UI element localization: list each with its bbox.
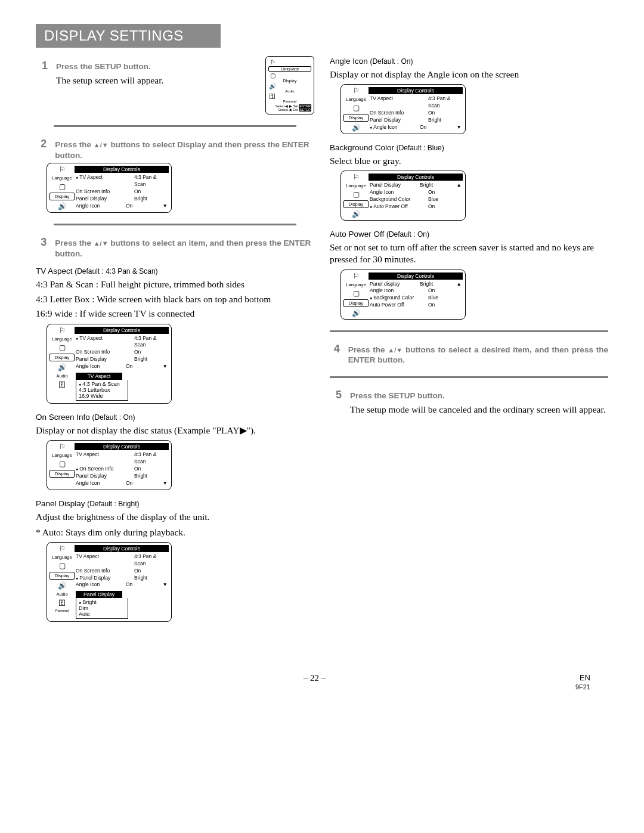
osd-angle-icon: ⚐ Language ▢ Display 🔊 Display Controls …	[340, 84, 466, 134]
onscreen-default: (Default : On)	[92, 413, 135, 422]
tv-aspect-line1: 4:3 Pan & Scan : Full height picture, tr…	[36, 278, 314, 290]
step-3: 3 Press the ▲/▼ buttons to select an ite…	[36, 236, 314, 259]
divider-3	[330, 330, 608, 332]
step-3-num: 3	[36, 236, 47, 249]
auto-default: (Default : On)	[386, 230, 429, 239]
panel-line2: * Auto: Stays dim only during playback.	[36, 527, 314, 538]
osd-auto-power-off: ⚐ Language ▢ Display 🔊 Display Controls …	[340, 270, 466, 320]
osd-tv-aspect: ⚐ Language ▢ Display 🔊 Audio ⚿ Display C…	[47, 324, 172, 404]
footer-lang: EN	[580, 673, 590, 682]
step-5: 5 Press the SETUP button.	[330, 389, 608, 401]
step-1-text: Press the SETUP button.	[56, 61, 151, 72]
panel-line1: Adjust the brightness of the display of …	[36, 511, 314, 523]
page-number: – 22 –	[304, 673, 326, 691]
tv-aspect-default: (Default : 4:3 Pan & Scan)	[75, 267, 157, 275]
osd-onscreen-info: ⚐ Language ▢ Display Display Controls TV…	[47, 440, 172, 490]
osd-setup-mini: ⚐ Language ▢ Display 🔊 Audio ⚿ Parental …	[265, 56, 314, 114]
bg-default: (Default : Blue)	[397, 144, 444, 152]
step-2-num: 2	[36, 138, 47, 150]
angle-line1: Display or not display the Angle icon on…	[330, 69, 608, 80]
step-4-num: 4	[330, 343, 340, 355]
osd-display-controls: ⚐ Language ▢ Display 🔊 Display Controls …	[47, 163, 172, 213]
bg-label: Background Color	[330, 143, 394, 152]
footer-code: 9F21	[575, 683, 590, 690]
step-4-text: Press the ▲/▼ buttons to select a desire…	[348, 345, 608, 366]
left-column: 1 Press the SETUP button. The setup scre…	[36, 56, 314, 625]
step-4: 4 Press the ▲/▼ buttons to select a desi…	[330, 343, 608, 366]
panel-label: Panel Display	[36, 499, 85, 508]
step-2: 2 Press the ▲/▼ buttons to select Displa…	[36, 138, 314, 160]
onscreen-label: On Screen Info	[36, 413, 90, 422]
angle-default: (Default : On)	[370, 57, 413, 66]
divider-4	[330, 376, 608, 378]
divider-1	[54, 125, 296, 127]
step-5-text: Press the SETUP button.	[350, 391, 445, 401]
divider-2	[54, 224, 296, 225]
step-5-body: The setup mode will be canceled and the …	[350, 404, 608, 416]
right-column: Angle Icon (Default : On) Display or not…	[330, 56, 608, 625]
main-columns: 1 Press the SETUP button. The setup scre…	[36, 56, 608, 625]
osd-panel-display: ⚐ Language ▢ Display 🔊 Audio ⚿ Parental …	[47, 542, 172, 622]
page-footer: – 22 – EN 9F21	[36, 673, 608, 691]
step-1: 1 Press the SETUP button.	[36, 60, 257, 72]
step-3-text: Press the ▲/▼ buttons to select an item,…	[55, 238, 314, 259]
tv-aspect-line2: 4:3 Letter Box : Wide screen with black …	[36, 294, 314, 304]
auto-label: Auto Power Off	[330, 230, 384, 239]
tv-aspect-line3: 16:9 wide : If wide screen TV is connect…	[36, 308, 314, 320]
osd-background-color: ⚐ Language ▢ Display 🔊 Display Controls …	[340, 171, 466, 221]
step-1-num: 1	[36, 60, 48, 72]
step-2-text: Press the ▲/▼ buttons to select Display …	[55, 140, 314, 160]
angle-label: Angle Icon	[330, 57, 368, 66]
panel-default: (Default : Bright)	[87, 500, 139, 508]
up-down-arrows-icon: ▲/▼	[388, 346, 402, 354]
tv-aspect-label: TV Aspect	[36, 267, 73, 275]
header-bar: DISPLAY SETTINGS	[36, 24, 221, 48]
step-1-body: The setup screen will appear.	[56, 75, 257, 86]
onscreen-line1: Display or not display the disc status (…	[36, 425, 314, 436]
step-5-num: 5	[330, 389, 342, 401]
auto-line1: Set or not set to turn off after the scr…	[330, 241, 608, 265]
bg-line1: Select blue or gray.	[330, 155, 608, 167]
up-down-arrows-icon: ▲/▼	[94, 239, 109, 247]
up-down-arrows-icon: ▲/▼	[94, 141, 109, 149]
